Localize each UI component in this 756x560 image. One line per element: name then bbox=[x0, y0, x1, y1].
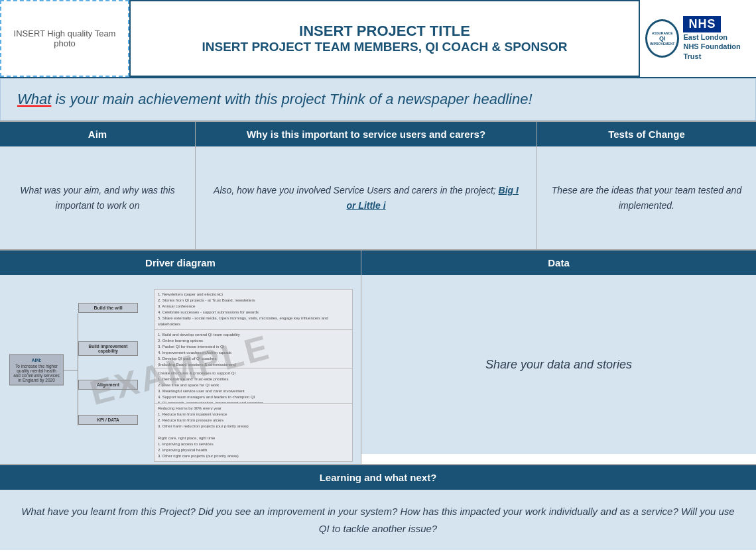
secondary1-box: 1. Newsletters (paper and electronic) 2.… bbox=[154, 289, 353, 330]
tests-header: Tests of Change bbox=[537, 122, 756, 146]
importance-body-text: Also, how have you involved Service User… bbox=[209, 183, 523, 213]
primary3-node: Alignment bbox=[78, 380, 138, 390]
data-column: Data Share your data and stories bbox=[361, 251, 756, 464]
learning-body[interactable]: What have you learnt from this Project? … bbox=[0, 490, 756, 550]
aim-node: AIM: To increase the higher quality ment… bbox=[9, 354, 64, 385]
aim-header: Aim bbox=[0, 122, 195, 146]
importance-body[interactable]: Also, how have you involved Service User… bbox=[196, 146, 536, 249]
lower-section: Driver diagram AIM: To increase the high… bbox=[0, 249, 756, 464]
nhs-badge: NHS bbox=[683, 16, 721, 32]
driver-header: Driver diagram bbox=[0, 251, 361, 275]
project-main-title: INSERT PROJECT TITLE bbox=[299, 23, 470, 40]
data-body-text: Share your data and stories bbox=[485, 358, 632, 372]
data-body[interactable]: Share your data and stories bbox=[361, 275, 756, 454]
driver-diagram: AIM: To increase the higher quality ment… bbox=[7, 282, 354, 457]
learning-body-text: What have you learnt from this Project? … bbox=[20, 503, 736, 537]
learning-header: Learning and what next? bbox=[0, 465, 756, 490]
project-sub-title: INSERT PROJECT TEAM MEMBERS, QI COACH & … bbox=[202, 40, 567, 54]
aim-column: Aim What was your aim, and why was this … bbox=[0, 122, 196, 249]
importance-column: Why is this important to service users a… bbox=[196, 122, 537, 249]
hline-main bbox=[64, 370, 78, 370]
vline-spine bbox=[78, 313, 78, 426]
middle-section: Aim What was your aim, and why was this … bbox=[0, 121, 756, 249]
headline-banner[interactable]: What is your main achievement with this … bbox=[0, 78, 756, 121]
aim-body[interactable]: What was your aim, and why was this impo… bbox=[0, 146, 195, 249]
data-header: Data bbox=[361, 251, 756, 275]
secondary4-box: Reducing Harms by 30% every year 1. Redu… bbox=[154, 403, 353, 462]
nhs-trust-name: East London NHS Foundation Trust bbox=[683, 32, 751, 61]
headline-what: What bbox=[17, 91, 51, 107]
tests-body-text: These are the ideas that your team teste… bbox=[550, 183, 743, 213]
nhs-circle-logo: ASSURANCE QI IMPROVEMENT bbox=[645, 19, 679, 58]
driver-column: Driver diagram AIM: To increase the high… bbox=[0, 251, 361, 464]
driver-body[interactable]: AIM: To increase the higher quality ment… bbox=[0, 275, 361, 464]
driver-inner: AIM: To increase the higher quality ment… bbox=[7, 282, 354, 457]
primary2-node: Build improvement capability bbox=[78, 341, 138, 356]
tests-column: Tests of Change These are the ideas that… bbox=[537, 122, 756, 249]
tests-body[interactable]: These are the ideas that your team teste… bbox=[537, 146, 756, 249]
headline-text: What is your main achievement with this … bbox=[17, 91, 739, 108]
importance-header: Why is this important to service users a… bbox=[196, 122, 536, 146]
primary1-node: Build the will bbox=[78, 303, 138, 313]
team-photo-placeholder[interactable]: INSERT High quality Team photo bbox=[0, 0, 129, 77]
header: INSERT High quality Team photo INSERT PR… bbox=[0, 0, 756, 78]
project-title-box[interactable]: INSERT PROJECT TITLE INSERT PROJECT TEAM… bbox=[129, 0, 640, 77]
secondary2-box: 1. Build and develop central QI team cap… bbox=[154, 329, 353, 370]
learning-section: Learning and what next? What have you le… bbox=[0, 464, 756, 550]
primary4-node: KPI / DATA bbox=[78, 415, 138, 425]
aim-body-text: What was your aim, and why was this impo… bbox=[13, 183, 182, 213]
nhs-logo-area: ASSURANCE QI IMPROVEMENT NHS East London… bbox=[640, 0, 756, 77]
nhs-text: NHS East London NHS Foundation Trust bbox=[683, 16, 751, 61]
